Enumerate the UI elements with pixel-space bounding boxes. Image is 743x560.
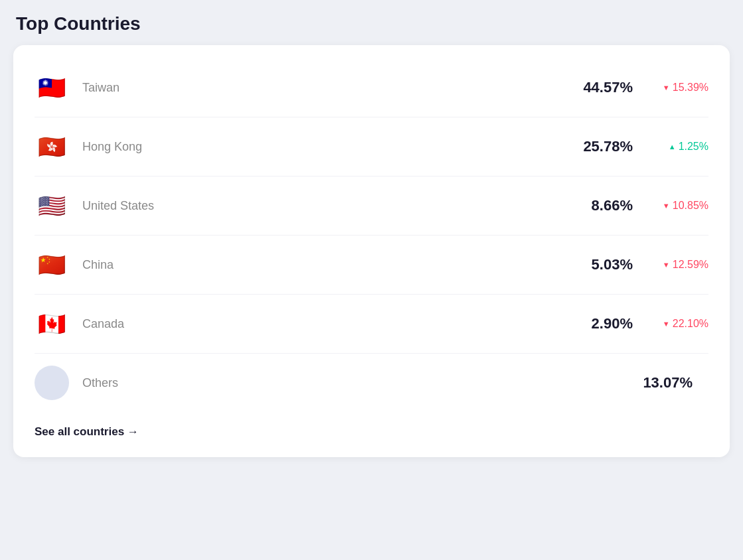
country-row: 🇺🇸United States8.66%▼10.85%	[35, 176, 708, 236]
country-flag: 🇨🇦	[35, 307, 69, 341]
country-percentage: 8.66%	[566, 197, 633, 214]
country-change: ▼12.59%	[649, 259, 708, 271]
country-name: Canada	[82, 317, 566, 331]
country-change: ▼22.10%	[649, 318, 708, 330]
country-percentage: 25.78%	[566, 138, 633, 155]
country-row: 🇭🇰Hong Kong25.78%▲1.25%	[35, 117, 708, 176]
change-value: 12.59%	[673, 259, 708, 271]
country-row: 🇹🇼Taiwan44.57%▼15.39%	[35, 58, 708, 117]
country-percentage: 2.90%	[566, 315, 633, 332]
change-value: 15.39%	[673, 82, 708, 94]
arrow-down-icon: ▼	[663, 84, 670, 92]
arrow-up-icon: ▲	[669, 143, 676, 151]
arrow-down-icon: ▼	[663, 261, 670, 269]
country-flag: 🇭🇰	[35, 129, 69, 164]
country-row: 🇨🇳China5.03%▼12.59%	[35, 236, 708, 295]
change-value: 1.25%	[679, 141, 708, 153]
country-name: Hong Kong	[82, 140, 566, 154]
see-all-countries-link[interactable]: See all countries →	[35, 425, 139, 439]
country-flag: 🇺🇸	[35, 188, 69, 223]
country-name: United States	[82, 199, 566, 213]
country-percentage: 5.03%	[566, 256, 633, 273]
arrow-down-icon: ▼	[663, 202, 670, 210]
country-change: ▼15.39%	[649, 82, 708, 94]
change-value: 22.10%	[673, 318, 708, 330]
country-change: ▲1.25%	[649, 141, 708, 153]
country-percentage: 13.07%	[626, 374, 693, 391]
country-change: ▼10.85%	[649, 200, 708, 212]
country-flag: 🇨🇳	[35, 247, 69, 282]
countries-list: 🇹🇼Taiwan44.57%▼15.39%🇭🇰Hong Kong25.78%▲1…	[35, 58, 708, 412]
widget-title: Top Countries	[13, 13, 730, 35]
countries-card: 🇹🇼Taiwan44.57%▼15.39%🇭🇰Hong Kong25.78%▲1…	[13, 45, 730, 457]
country-row: Others13.07%	[35, 354, 708, 412]
country-row: 🇨🇦Canada2.90%▼22.10%	[35, 295, 708, 354]
country-name: China	[82, 258, 566, 272]
country-name: Others	[82, 376, 626, 390]
country-flag: 🇹🇼	[35, 70, 69, 105]
country-name: Taiwan	[82, 81, 566, 95]
arrow-down-icon: ▼	[663, 320, 670, 328]
top-countries-widget: Top Countries 🇹🇼Taiwan44.57%▼15.39%🇭🇰Hon…	[13, 13, 730, 457]
change-value: 10.85%	[673, 200, 708, 212]
country-flag	[35, 366, 69, 400]
country-percentage: 44.57%	[566, 79, 633, 96]
